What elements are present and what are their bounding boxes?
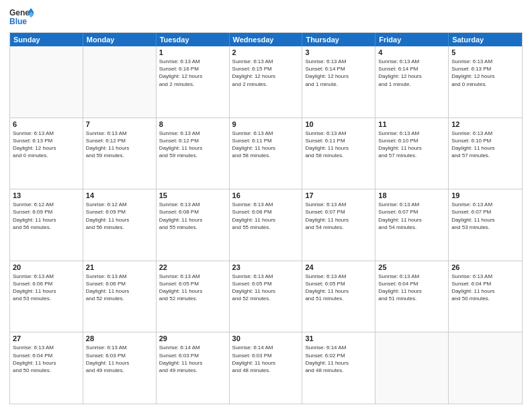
calendar-day-header: Wednesday: [230, 33, 303, 46]
cell-content: Sunrise: 6:14 AMSunset: 6:03 PMDaylight:…: [159, 344, 226, 374]
svg-text:Blue: Blue: [9, 17, 27, 26]
calendar-week-row: 27Sunrise: 6:13 AMSunset: 6:04 PMDayligh…: [10, 332, 522, 404]
calendar-cell: 5Sunrise: 6:13 AMSunset: 6:13 PMDaylight…: [449, 46, 522, 118]
calendar-week-row: 1Sunrise: 6:13 AMSunset: 6:16 PMDaylight…: [10, 46, 522, 118]
cell-content: Sunrise: 6:13 AMSunset: 6:12 PMDaylight:…: [86, 130, 153, 160]
cell-content: Sunrise: 6:13 AMSunset: 6:06 PMDaylight:…: [86, 273, 153, 303]
calendar: SundayMondayTuesdayWednesdayThursdayFrid…: [9, 32, 523, 404]
page: General Blue SundayMondayTuesdayWednesda…: [0, 0, 532, 411]
cell-content: Sunrise: 6:13 AMSunset: 6:14 PMDaylight:…: [378, 58, 445, 88]
calendar-cell: 1Sunrise: 6:13 AMSunset: 6:16 PMDaylight…: [157, 46, 230, 118]
day-number: 8: [159, 120, 226, 128]
calendar-cell: 2Sunrise: 6:13 AMSunset: 6:15 PMDaylight…: [230, 46, 303, 118]
cell-content: Sunrise: 6:13 AMSunset: 6:14 PMDaylight:…: [305, 58, 372, 88]
cell-content: Sunrise: 6:13 AMSunset: 6:06 PMDaylight:…: [13, 273, 80, 303]
day-number: 27: [13, 334, 80, 342]
cell-content: Sunrise: 6:13 AMSunset: 6:04 PMDaylight:…: [378, 273, 445, 303]
cell-content: Sunrise: 6:13 AMSunset: 6:08 PMDaylight:…: [159, 201, 226, 231]
day-number: 16: [232, 191, 300, 199]
calendar-cell: 4Sunrise: 6:13 AMSunset: 6:14 PMDaylight…: [375, 46, 449, 118]
calendar-cell: 6Sunrise: 6:13 AMSunset: 6:13 PMDaylight…: [10, 118, 83, 189]
calendar-cell: 26Sunrise: 6:13 AMSunset: 6:04 PMDayligh…: [449, 261, 522, 332]
day-number: 10: [305, 120, 372, 128]
day-number: 23: [232, 263, 300, 271]
calendar-cell: [10, 46, 83, 118]
cell-content: Sunrise: 6:13 AMSunset: 6:07 PMDaylight:…: [451, 201, 519, 231]
day-number: 6: [13, 120, 80, 128]
cell-content: Sunrise: 6:13 AMSunset: 6:05 PMDaylight:…: [305, 273, 372, 303]
cell-content: Sunrise: 6:13 AMSunset: 6:07 PMDaylight:…: [305, 201, 372, 231]
cell-content: Sunrise: 6:13 AMSunset: 6:11 PMDaylight:…: [232, 130, 300, 160]
day-number: 30: [232, 334, 300, 342]
cell-content: Sunrise: 6:13 AMSunset: 6:11 PMDaylight:…: [305, 130, 372, 160]
calendar-cell: 13Sunrise: 6:12 AMSunset: 6:09 PMDayligh…: [10, 189, 83, 261]
calendar-cell: 20Sunrise: 6:13 AMSunset: 6:06 PMDayligh…: [10, 261, 83, 332]
calendar-cell: 11Sunrise: 6:13 AMSunset: 6:10 PMDayligh…: [375, 118, 449, 189]
calendar-cell: 28Sunrise: 6:13 AMSunset: 6:03 PMDayligh…: [83, 332, 157, 404]
cell-content: Sunrise: 6:13 AMSunset: 6:13 PMDaylight:…: [13, 130, 80, 160]
calendar-day-header: Thursday: [302, 33, 375, 46]
day-number: 15: [159, 191, 226, 199]
day-number: 21: [86, 263, 153, 271]
calendar-cell: 21Sunrise: 6:13 AMSunset: 6:06 PMDayligh…: [83, 261, 157, 332]
day-number: 14: [86, 191, 153, 199]
calendar-cell: 27Sunrise: 6:13 AMSunset: 6:04 PMDayligh…: [10, 332, 83, 404]
day-number: 5: [451, 48, 519, 56]
day-number: 20: [13, 263, 80, 271]
calendar-cell: 10Sunrise: 6:13 AMSunset: 6:11 PMDayligh…: [302, 118, 375, 189]
cell-content: Sunrise: 6:13 AMSunset: 6:13 PMDaylight:…: [451, 58, 519, 88]
calendar-cell: 25Sunrise: 6:13 AMSunset: 6:04 PMDayligh…: [375, 261, 449, 332]
day-number: 11: [378, 120, 445, 128]
calendar-cell: 12Sunrise: 6:13 AMSunset: 6:10 PMDayligh…: [449, 118, 522, 189]
logo-icon: General Blue: [9, 7, 34, 27]
cell-content: Sunrise: 6:13 AMSunset: 6:07 PMDaylight:…: [378, 201, 445, 231]
cell-content: Sunrise: 6:12 AMSunset: 6:09 PMDaylight:…: [13, 201, 80, 231]
calendar-cell: 9Sunrise: 6:13 AMSunset: 6:11 PMDaylight…: [230, 118, 303, 189]
calendar-cell: [375, 332, 449, 404]
calendar-body: 1Sunrise: 6:13 AMSunset: 6:16 PMDaylight…: [10, 46, 522, 404]
calendar-week-row: 20Sunrise: 6:13 AMSunset: 6:06 PMDayligh…: [10, 261, 522, 332]
calendar-cell: 23Sunrise: 6:13 AMSunset: 6:05 PMDayligh…: [230, 261, 303, 332]
cell-content: Sunrise: 6:13 AMSunset: 6:05 PMDaylight:…: [232, 273, 300, 303]
day-number: 3: [305, 48, 372, 56]
calendar-header: SundayMondayTuesdayWednesdayThursdayFrid…: [10, 33, 522, 46]
calendar-day-header: Friday: [375, 33, 449, 46]
cell-content: Sunrise: 6:13 AMSunset: 6:10 PMDaylight:…: [451, 130, 519, 160]
calendar-day-header: Sunday: [10, 33, 83, 46]
calendar-cell: 3Sunrise: 6:13 AMSunset: 6:14 PMDaylight…: [302, 46, 375, 118]
calendar-cell: 15Sunrise: 6:13 AMSunset: 6:08 PMDayligh…: [157, 189, 230, 261]
day-number: 29: [159, 334, 226, 342]
calendar-cell: 14Sunrise: 6:12 AMSunset: 6:09 PMDayligh…: [83, 189, 157, 261]
cell-content: Sunrise: 6:14 AMSunset: 6:03 PMDaylight:…: [232, 344, 300, 374]
day-number: 9: [232, 120, 300, 128]
cell-content: Sunrise: 6:13 AMSunset: 6:04 PMDaylight:…: [451, 273, 519, 303]
day-number: 26: [451, 263, 519, 271]
cell-content: Sunrise: 6:13 AMSunset: 6:12 PMDaylight:…: [159, 130, 226, 160]
calendar-cell: 31Sunrise: 6:14 AMSunset: 6:02 PMDayligh…: [302, 332, 375, 404]
calendar-week-row: 13Sunrise: 6:12 AMSunset: 6:09 PMDayligh…: [10, 189, 522, 261]
day-number: 28: [86, 334, 153, 342]
calendar-day-header: Monday: [83, 33, 157, 46]
cell-content: Sunrise: 6:12 AMSunset: 6:09 PMDaylight:…: [86, 201, 153, 231]
day-number: 4: [378, 48, 445, 56]
cell-content: Sunrise: 6:14 AMSunset: 6:02 PMDaylight:…: [305, 344, 372, 374]
calendar-cell: 8Sunrise: 6:13 AMSunset: 6:12 PMDaylight…: [157, 118, 230, 189]
day-number: 12: [451, 120, 519, 128]
day-number: 25: [378, 263, 445, 271]
day-number: 17: [305, 191, 372, 199]
day-number: 7: [86, 120, 153, 128]
calendar-day-header: Saturday: [449, 33, 522, 46]
day-number: 13: [13, 191, 80, 199]
calendar-cell: 17Sunrise: 6:13 AMSunset: 6:07 PMDayligh…: [302, 189, 375, 261]
calendar-cell: 7Sunrise: 6:13 AMSunset: 6:12 PMDaylight…: [83, 118, 157, 189]
cell-content: Sunrise: 6:13 AMSunset: 6:04 PMDaylight:…: [13, 344, 80, 374]
cell-content: Sunrise: 6:13 AMSunset: 6:05 PMDaylight:…: [159, 273, 226, 303]
calendar-week-row: 6Sunrise: 6:13 AMSunset: 6:13 PMDaylight…: [10, 118, 522, 189]
calendar-cell: 19Sunrise: 6:13 AMSunset: 6:07 PMDayligh…: [449, 189, 522, 261]
calendar-cell: 30Sunrise: 6:14 AMSunset: 6:03 PMDayligh…: [230, 332, 303, 404]
day-number: 18: [378, 191, 445, 199]
calendar-cell: 29Sunrise: 6:14 AMSunset: 6:03 PMDayligh…: [157, 332, 230, 404]
calendar-cell: 16Sunrise: 6:13 AMSunset: 6:08 PMDayligh…: [230, 189, 303, 261]
calendar-cell: [83, 46, 157, 118]
calendar-cell: 18Sunrise: 6:13 AMSunset: 6:07 PMDayligh…: [375, 189, 449, 261]
